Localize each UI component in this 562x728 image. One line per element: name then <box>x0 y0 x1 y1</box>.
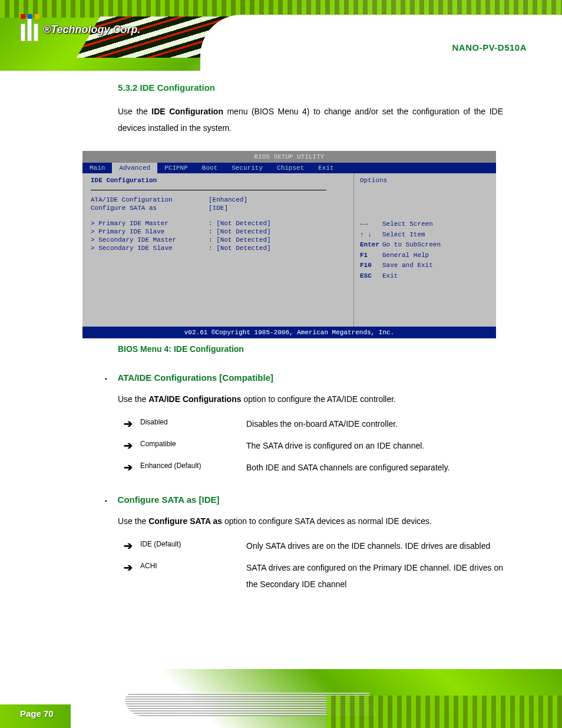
bios-body: IDE Configuration ATA/IDE Configuration … <box>82 173 496 327</box>
bios-drive-row: Secondary IDE Master : [Not Detected] <box>91 236 345 243</box>
bios-tab: Exit <box>311 163 340 173</box>
bios-option-value: [Enhanced] <box>209 196 247 203</box>
arrow-ud-icon: ↑ ↓ <box>360 230 382 241</box>
key-f1: F1 <box>360 251 382 261</box>
option-row: ➔ IDE (Default) Only SATA drives are on … <box>124 538 503 555</box>
text-bold: ATA/IDE Configurations <box>148 394 241 404</box>
bios-caption: BIOS Menu 4: IDE Configuration <box>118 344 503 354</box>
key-esc: ESC <box>360 271 382 282</box>
option-table: ➔ Disabled Disables the on-board ATA/IDE… <box>124 416 503 476</box>
option-row: ➔ Enhanced (Default) Both IDE and SATA c… <box>124 459 503 476</box>
text: option to configure SATA devices as norm… <box>222 516 432 526</box>
footer-banner: Page 70 <box>0 669 562 728</box>
bios-option-key: Configure SATA as <box>91 205 209 212</box>
bios-option-row: ATA/IDE Configuration [Enhanced] <box>91 196 345 203</box>
arrow-lr-icon: ←→ <box>360 219 382 230</box>
item-heading: Configure SATA as [IDE] <box>105 495 503 505</box>
arrow-right-icon: ➔ <box>124 459 140 476</box>
arrow-right-icon: ➔ <box>124 416 140 433</box>
bios-key-row: F1General Help <box>360 251 490 261</box>
bios-key-label: Exit <box>382 272 398 279</box>
text-bold: Configure SATA as <box>148 516 222 526</box>
key-f10: F10 <box>360 261 382 271</box>
text: option to configure the ATA/IDE controll… <box>242 394 396 404</box>
text: Use the <box>118 516 148 526</box>
bios-key-label: General Help <box>382 252 429 259</box>
bios-tab: Boot <box>195 163 224 173</box>
bios-drive-value: : [Not Detected] <box>209 220 271 227</box>
arrow-right-icon: ➔ <box>124 437 140 454</box>
bios-key-row: ←→Select Screen <box>360 219 490 230</box>
bios-key-row: ESCExit <box>360 271 490 282</box>
bios-options-pane: IDE Configuration ATA/IDE Configuration … <box>82 173 353 327</box>
bios-tab-bar: Main Advanced PCIPNP Boot Security Chips… <box>82 163 496 173</box>
bios-drive-value: : [Not Detected] <box>209 245 271 252</box>
bios-help-text: Options <box>360 177 490 184</box>
bios-drive-row: Primary IDE Master : [Not Detected] <box>91 220 345 227</box>
bios-tab: Chipset <box>270 163 311 173</box>
section-title: 5.3.2 IDE Configuration <box>118 83 503 93</box>
option-desc: SATA drives are configured on the Primar… <box>246 559 503 592</box>
page-content: 5.3.2 IDE Configuration Use the IDE Conf… <box>0 83 562 597</box>
header-banner: ®Technology Corp. NANO-PV-D510A <box>0 0 562 71</box>
option-row: ➔ Compatible The SATA drive is configure… <box>124 437 503 454</box>
logo-dots-icon <box>21 14 39 19</box>
option-name: Compatible <box>140 437 246 448</box>
arrow-right-icon: ➔ <box>124 538 140 555</box>
item-description: Use the ATA/IDE Configurations option to… <box>118 391 503 407</box>
bios-key-row: ↑ ↓Select Item <box>360 230 490 241</box>
bios-drive-value: : [Not Detected] <box>209 236 271 243</box>
bios-drive-key: Primary IDE Slave <box>91 228 209 235</box>
bios-tab: Main <box>82 163 112 173</box>
bios-key-row: EnterGo to SubScreen <box>360 240 490 251</box>
option-desc: Only SATA drives are on the IDE channels… <box>246 538 503 554</box>
decorative-circuit <box>326 696 562 728</box>
bios-key-label: Go to SubScreen <box>382 241 441 248</box>
bios-key-row: F10Save and Exit <box>360 261 490 271</box>
option-name: Enhanced (Default) <box>140 459 246 470</box>
bios-key-label: Select Item <box>382 231 425 238</box>
bios-tab: PCIPNP <box>157 163 195 173</box>
page-number: Page 70 <box>20 709 54 719</box>
brand-logo: ®Technology Corp. <box>21 18 141 41</box>
bios-drive-key: Primary IDE Master <box>91 220 209 227</box>
text: Use the <box>118 107 151 116</box>
item-heading: ATA/IDE Configurations [Compatible] <box>105 373 503 383</box>
logo-text: ®Technology Corp. <box>43 24 141 36</box>
bios-option-key: ATA/IDE Configuration <box>91 196 209 203</box>
text: Use the <box>118 394 148 404</box>
option-name: IDE (Default) <box>140 538 246 548</box>
text-bold: IDE Configuration <box>151 107 223 116</box>
bios-title-bar: BIOS SETUP UTILITY <box>82 151 496 163</box>
bios-footer: v02.61 ©Copyright 1985-2006, American Me… <box>82 327 496 338</box>
item-description: Use the Configure SATA as option to conf… <box>118 513 503 529</box>
option-table: ➔ IDE (Default) Only SATA drives are on … <box>124 538 503 592</box>
bios-menu-screenshot: BIOS SETUP UTILITY Main Advanced PCIPNP … <box>82 151 496 338</box>
option-row: ➔ Disabled Disables the on-board ATA/IDE… <box>124 416 503 433</box>
bios-tab: Security <box>224 163 270 173</box>
option-row: ➔ ACHI SATA drives are configured on the… <box>124 559 503 592</box>
bios-tab-active: Advanced <box>112 163 157 173</box>
bios-drive-value: : [Not Detected] <box>209 228 271 235</box>
option-desc: The SATA drive is configured on an IDE c… <box>246 437 503 454</box>
model-name: NANO-PV-D510A <box>452 42 527 52</box>
bios-help-pane: Options ←→Select Screen ↑ ↓Select Item E… <box>353 173 496 327</box>
option-name: ACHI <box>140 559 246 570</box>
bios-heading: IDE Configuration <box>91 177 345 184</box>
option-name: Disabled <box>140 416 246 426</box>
bios-drive-key: Secondary IDE Master <box>91 236 209 243</box>
option-desc: Both IDE and SATA channels are configure… <box>246 459 503 476</box>
bios-key-label: Select Screen <box>382 220 433 228</box>
divider <box>91 190 326 190</box>
bios-key-label: Save and Exit <box>382 262 433 269</box>
arrow-right-icon: ➔ <box>124 559 140 577</box>
bios-drive-row: Secondary IDE Slave : [Not Detected] <box>91 245 345 252</box>
option-desc: Disables the on-board ATA/IDE controller… <box>246 416 503 432</box>
bios-option-value: [IDE] <box>209 205 228 212</box>
bios-drive-row: Primary IDE Slave : [Not Detected] <box>91 228 345 235</box>
bios-drive-key: Secondary IDE Slave <box>91 245 209 252</box>
logo-bars-icon <box>21 18 38 41</box>
key-enter: Enter <box>360 240 382 251</box>
bios-key-legend: ←→Select Screen ↑ ↓Select Item EnterGo t… <box>360 219 490 282</box>
bios-option-row: Configure SATA as [IDE] <box>91 205 345 212</box>
